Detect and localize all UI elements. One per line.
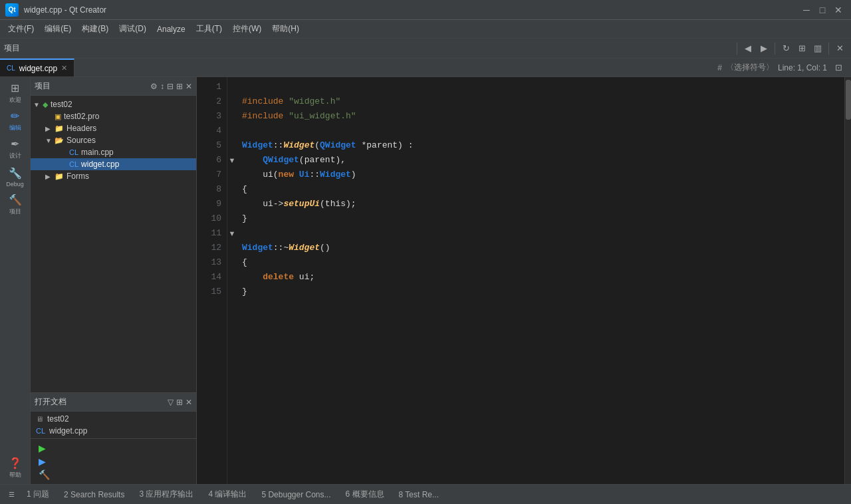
tree-item-test02[interactable]: ▼ ◆ test02 xyxy=(31,98,196,110)
split-vert-button[interactable]: ▥ xyxy=(810,41,825,56)
welcome-icon: ⊞ xyxy=(11,82,19,94)
line-num-15: 15 xyxy=(197,285,221,299)
close-panel-button[interactable]: ✕ xyxy=(185,82,192,91)
tree-item-sources[interactable]: ▼ 📂 Sources xyxy=(31,134,196,146)
file-panel-title: 项目 xyxy=(35,80,148,92)
bottom-tab-appout[interactable]: 3 应用程序输出 xyxy=(132,487,200,501)
tree-label-maincpp: main.cpp xyxy=(81,148,114,157)
open-files-filter[interactable]: ▽ xyxy=(168,398,174,407)
sidebar-item-help[interactable]: ❓ 帮助 xyxy=(2,455,29,481)
menu-file[interactable]: 文件(F) xyxy=(3,22,39,36)
bottom-tab-problems[interactable]: 1 问题 xyxy=(20,487,56,501)
line-num-6: 6 xyxy=(197,153,221,168)
toolbar-separator2 xyxy=(775,43,775,55)
pro-file-icon: ▣ xyxy=(55,112,61,121)
fold-14 xyxy=(227,270,237,285)
tree-item-maincpp[interactable]: CL main.cpp xyxy=(31,146,196,158)
fold-7 xyxy=(227,168,237,182)
tree-label-test02: test02 xyxy=(51,100,72,109)
debug-item-build[interactable]: 🔨 xyxy=(36,468,191,481)
fold-6[interactable]: ▼ xyxy=(227,153,237,168)
sidebar-item-edit[interactable]: ✏ 编辑 xyxy=(2,108,29,134)
collapse-all-button[interactable]: ⊟ xyxy=(167,82,174,91)
fold-3 xyxy=(227,109,237,124)
tree-item-widgetcpp[interactable]: CL widget.cpp xyxy=(31,158,196,170)
tree-item-headers[interactable]: ▶ 📁 Headers xyxy=(31,122,196,134)
code-editor[interactable]: #include "widget.h" #include "ui_widget.… xyxy=(237,77,844,484)
menu-help[interactable]: 帮助(H) xyxy=(267,22,304,36)
scrollbar-thumb[interactable] xyxy=(846,80,851,120)
bottom-tab-overview[interactable]: 6 概要信息 xyxy=(339,487,391,501)
forward-button[interactable]: ▶ xyxy=(757,41,771,56)
line-13-code: delete ui; xyxy=(242,272,314,282)
bottom-panel-toggle[interactable]: ☰ xyxy=(4,487,19,502)
menu-controls[interactable]: 控件(W) xyxy=(227,22,267,36)
tree-item-test02pro[interactable]: ▣ test02.pro xyxy=(31,110,196,122)
edit-icon: ✏ xyxy=(11,110,19,122)
expand-panel-button[interactable]: ⊞ xyxy=(176,82,183,91)
line-num-3: 3 xyxy=(197,109,221,124)
sidebar-item-design[interactable]: ✒ 设计 xyxy=(2,136,29,162)
sync-tree-button[interactable]: ↕ xyxy=(160,82,164,91)
menu-debug[interactable]: 调试(D) xyxy=(114,22,152,36)
bottom-tab-search[interactable]: 2 Search Results xyxy=(57,489,131,501)
forms-arrow: ▶ xyxy=(45,173,53,180)
line-num-10: 10 xyxy=(197,211,221,226)
menu-tools[interactable]: 工具(T) xyxy=(191,22,227,36)
sync-button[interactable]: ↻ xyxy=(779,41,793,56)
menu-analyze[interactable]: Analyze xyxy=(152,23,191,35)
line-num-8: 8 xyxy=(197,182,221,197)
minimize-button[interactable]: ─ xyxy=(799,3,814,17)
bottom-panel: ☰ 1 问题 2 Search Results 3 应用程序输出 4 编译输出 … xyxy=(0,484,851,504)
split-editor-button[interactable]: ⊡ xyxy=(831,61,846,75)
sources-arrow: ▼ xyxy=(45,137,53,144)
tab-close-button[interactable]: ✕ xyxy=(61,64,67,72)
debug-item-run[interactable]: ▶ xyxy=(36,441,191,455)
line-num-1: 1 xyxy=(197,80,221,94)
back-button[interactable]: ◀ xyxy=(741,41,755,56)
menu-edit[interactable]: 编辑(E) xyxy=(39,22,76,36)
close-doc-button[interactable]: ✕ xyxy=(832,41,847,56)
sidebar-item-welcome[interactable]: ⊞ 欢迎 xyxy=(2,80,29,106)
line-3-code xyxy=(242,126,247,136)
debug-item-debug[interactable]: ▶ xyxy=(36,455,191,468)
line-num-5: 5 xyxy=(197,138,221,153)
openfile-cpp-icon: CL xyxy=(36,427,45,435)
open-files-title: 打开文档 xyxy=(35,396,165,408)
bottom-tab-test[interactable]: 8 Test Re... xyxy=(392,489,445,501)
vertical-scrollbar[interactable] xyxy=(844,77,851,484)
split-button[interactable]: ⊞ xyxy=(794,41,809,56)
tab-widget-cpp[interactable]: CL widget.cpp ✕ xyxy=(0,59,74,76)
tab-label: widget.cpp xyxy=(19,64,57,73)
tab-symbol-selector[interactable]: 〈选择符号〉 xyxy=(726,62,774,73)
openfile-test02[interactable]: 🖥 test02 xyxy=(31,413,196,425)
close-button[interactable]: ✕ xyxy=(831,3,846,17)
line-6-code: ui(new Ui::Widget) xyxy=(242,170,356,180)
tree-label-headers: Headers xyxy=(66,124,96,133)
project-file-icon: ◆ xyxy=(43,100,48,109)
filter-button[interactable]: ⚙ xyxy=(150,82,158,91)
fold-11[interactable]: ▼ xyxy=(227,226,237,241)
tab-cpp-icon: CL xyxy=(7,64,15,72)
bottom-tab-compile[interactable]: 4 编译输出 xyxy=(201,487,253,501)
menu-build[interactable]: 构建(B) xyxy=(76,22,114,36)
line-num-12: 12 xyxy=(197,241,221,255)
sidebar-item-project[interactable]: 🔨 项目 xyxy=(2,191,29,218)
tab-hash[interactable]: # xyxy=(717,63,722,72)
tree-item-forms[interactable]: ▶ 📁 Forms xyxy=(31,170,196,182)
main-layout: ⊞ 欢迎 ✏ 编辑 ✒ 设计 🔧 Debug 🔨 项目 ❓ 帮助 项目 ⚙ ↕ xyxy=(0,77,851,484)
fold-10 xyxy=(227,211,237,226)
sidebar-item-debug[interactable]: 🔧 Debug xyxy=(2,164,29,190)
open-files-expand[interactable]: ⊞ xyxy=(176,398,183,407)
tabbar-right: # 〈选择符号〉 Line: 1, Col: 1 ⊡ xyxy=(74,59,851,76)
openfile-widgetcpp[interactable]: CL widget.cpp xyxy=(31,425,196,437)
maximize-button[interactable]: □ xyxy=(815,3,830,17)
editor-inner: 1 2 3 4 5 6 7 8 9 10 11 12 13 14 15 xyxy=(197,77,851,484)
forms-folder-icon: 📁 xyxy=(55,172,64,181)
open-files-close[interactable]: ✕ xyxy=(185,398,192,407)
hammer-icon: 🔨 xyxy=(39,469,50,480)
debug-subpanel: ▶ ▶ 🔨 xyxy=(31,438,196,484)
run-icon: ▶ xyxy=(39,443,46,453)
sources-folder-icon: 📂 xyxy=(55,136,64,145)
bottom-tab-debugger[interactable]: 5 Debugger Cons... xyxy=(255,489,337,501)
